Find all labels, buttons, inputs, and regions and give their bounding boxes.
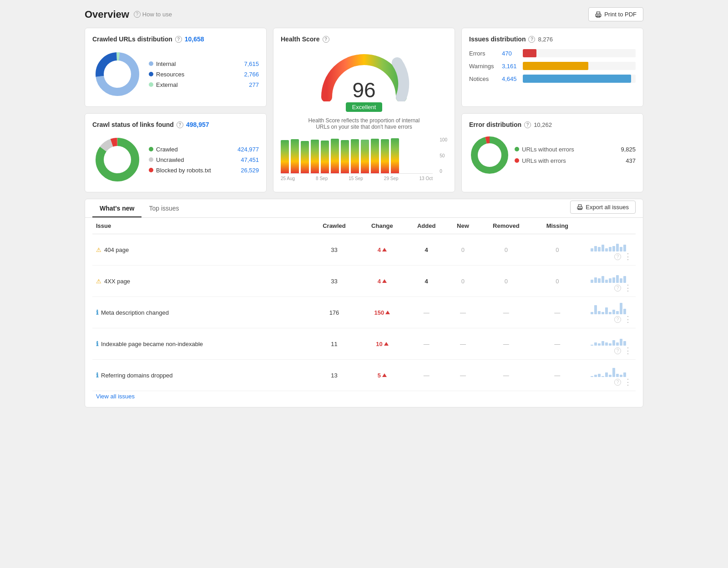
- cell-chart: ? ⋮: [581, 360, 636, 391]
- mini-bar: [598, 374, 601, 377]
- crawl-donut: [92, 135, 142, 185]
- health-desc2: Health Score reflects the proportion of …: [305, 117, 423, 130]
- issue-text: Referring domains dropped: [101, 372, 173, 379]
- row-more-icon[interactable]: ⋮: [624, 347, 632, 355]
- cell-missing: 0: [534, 234, 581, 266]
- mini-bar: [612, 340, 615, 346]
- mini-bar: [605, 307, 608, 314]
- health-badge2: Excellent: [346, 102, 383, 112]
- warn-icon: ⚠: [96, 246, 101, 253]
- mini-bar: [620, 278, 622, 283]
- crawl-help[interactable]: ?: [177, 121, 183, 128]
- gauge2: 96: [318, 49, 410, 101]
- notices-bar2: [523, 75, 631, 83]
- export-button[interactable]: Export all issues: [570, 201, 636, 214]
- health-help2[interactable]: ?: [323, 36, 329, 43]
- print-button2[interactable]: Print to PDF: [588, 7, 643, 21]
- row-more-icon[interactable]: ⋮: [624, 252, 632, 261]
- cell-new: 0: [447, 266, 479, 297]
- cell-change: 5: [359, 360, 405, 391]
- mini-bar: [623, 276, 626, 283]
- row-help-icon[interactable]: ?: [614, 253, 621, 260]
- mini-bar: [616, 311, 619, 315]
- crawled-total2[interactable]: 10,658: [185, 35, 204, 43]
- change-val: 4: [362, 246, 402, 253]
- row-more-icon[interactable]: ⋮: [624, 284, 632, 292]
- row-help-icon[interactable]: ?: [614, 379, 621, 386]
- crawl-status-title: Crawl status of links found ? 498,957: [92, 121, 259, 128]
- change-val: 4: [362, 278, 402, 285]
- info-icon: ℹ: [96, 372, 98, 379]
- error-total2: 10,262: [534, 121, 552, 128]
- mini-bar: [623, 341, 626, 346]
- mini-bar: [591, 312, 593, 314]
- mini-bar: [616, 244, 619, 252]
- cell-added: —: [405, 328, 447, 360]
- blabel-1: 8 Sep: [316, 176, 328, 181]
- cell-crawled: 176: [310, 297, 359, 328]
- mini-bar: [609, 247, 612, 251]
- svg-rect-26: [579, 208, 582, 210]
- print-icon2: [595, 11, 602, 18]
- row-help-icon[interactable]: ?: [614, 316, 621, 323]
- added-dash: —: [424, 341, 430, 347]
- svg-rect-10: [597, 12, 600, 14]
- mini-bar: [591, 345, 593, 346]
- mini-bar: [616, 374, 619, 377]
- issues-help2[interactable]: ?: [528, 36, 535, 43]
- col-crawled: Crawled: [310, 218, 359, 234]
- error-dist-content2: URLs without errors 9,825 URLs with erro…: [469, 135, 636, 176]
- col-issue: Issue: [92, 218, 310, 234]
- mini-bar: [612, 277, 615, 283]
- cell-change: 4: [359, 234, 405, 266]
- legend-resources2: Resources 2,766: [149, 71, 259, 78]
- main-grid: Crawled URLs distribution ? 10,658 Inter…: [85, 28, 643, 192]
- issues-dist-title2: Issues distribution ? 8,276: [469, 35, 636, 43]
- cell-crawled: 33: [310, 234, 359, 266]
- crawl-status-card: Crawl status of links found ? 498,957 Cr…: [85, 113, 267, 192]
- mini-bar: [591, 248, 593, 252]
- axis-100-2: 100: [440, 137, 447, 142]
- mini-bar: [620, 339, 622, 346]
- row-more-icon[interactable]: ⋮: [624, 378, 632, 386]
- mini-bar: [623, 372, 626, 377]
- mini-bar: [591, 376, 593, 377]
- blabel-3: 29 Sep: [384, 176, 399, 181]
- mini-bar: [602, 312, 604, 314]
- mini-bar: [616, 275, 619, 283]
- issues-errors-row2: Errors 470 Warnings 3,161 Notices 4,645: [469, 49, 636, 83]
- added-val: 4: [425, 246, 428, 253]
- mini-bar: [602, 245, 604, 251]
- cell-issue: ⚠4XX page: [92, 266, 310, 297]
- legend-crawled: Crawled 424,977: [149, 146, 259, 153]
- added-dash: —: [424, 309, 430, 316]
- how-to-use2[interactable]: ? How to use: [134, 11, 172, 18]
- svg-point-16: [104, 60, 131, 88]
- view-all-link[interactable]: View all issues: [96, 393, 135, 400]
- how-to-use-text: How to use: [142, 11, 172, 18]
- legend-external2: External 277: [149, 81, 259, 88]
- legend-blocked: Blocked by robots.txt 26,529: [149, 167, 259, 174]
- cell-added: —: [405, 360, 447, 391]
- tab-top-issues[interactable]: Top issues: [142, 199, 186, 217]
- mini-bar: [623, 245, 626, 251]
- cell-chart: ? ⋮: [581, 266, 636, 297]
- errors-bar2: [523, 49, 536, 57]
- mini-bar: [605, 248, 608, 252]
- mini-bar: [620, 375, 622, 377]
- mini-bar: [602, 341, 604, 346]
- crawled-help2[interactable]: ?: [175, 36, 182, 43]
- row-help-icon[interactable]: ?: [614, 347, 621, 354]
- mini-bar: [612, 246, 615, 252]
- header: Overview ? How to use Print to PDF: [85, 7, 643, 21]
- crawl-total[interactable]: 498,957: [186, 121, 209, 128]
- row-more-icon[interactable]: ⋮: [624, 315, 632, 323]
- tab-whats-new[interactable]: What's new: [92, 199, 142, 217]
- cell-chart: ? ⋮: [581, 328, 636, 360]
- mini-bar: [609, 312, 612, 314]
- with-errors-row2: URLs with errors 437: [515, 157, 636, 164]
- cell-removed: —: [479, 297, 534, 328]
- mini-bar: [598, 247, 601, 251]
- row-help-icon[interactable]: ?: [614, 285, 621, 292]
- error-help2[interactable]: ?: [524, 121, 531, 128]
